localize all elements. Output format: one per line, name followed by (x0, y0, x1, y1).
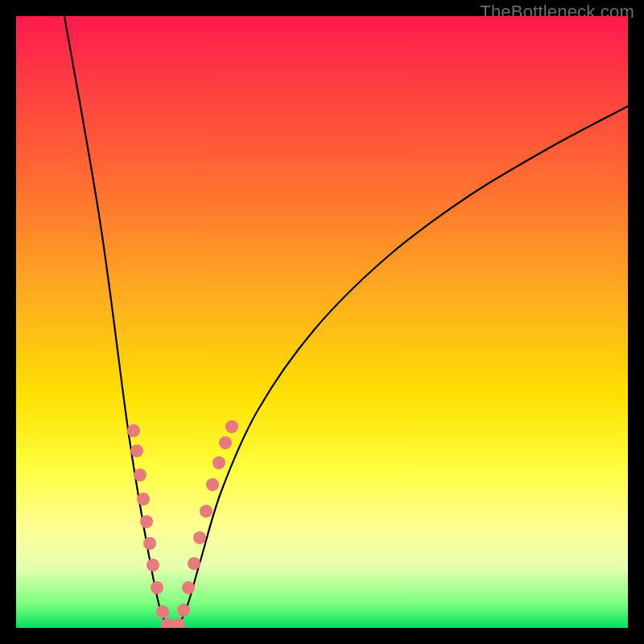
marker-dot (140, 515, 153, 528)
bottleneck-curve (64, 16, 628, 628)
marker-dot (177, 604, 190, 617)
marker-dot (172, 618, 185, 628)
marker-dot (219, 436, 232, 449)
marker-dot (193, 531, 206, 544)
plot-area (16, 16, 628, 628)
marker-dot (156, 605, 169, 618)
marker-dot (130, 444, 143, 457)
curve-svg (16, 16, 628, 628)
marker-dot (127, 424, 140, 437)
marker-dot (182, 581, 195, 594)
marker-dot (188, 557, 200, 570)
marker-dot (134, 469, 147, 481)
marker-dot (200, 505, 213, 518)
marker-dot (206, 478, 219, 491)
marker-dot (147, 559, 159, 572)
marker-dot (143, 537, 156, 550)
marker-dots-group (127, 420, 238, 628)
marker-dot (151, 581, 163, 594)
marker-dot (225, 420, 238, 433)
chart-frame: TheBottleneck.com (0, 0, 644, 644)
marker-dot (213, 456, 225, 469)
marker-dot (137, 493, 150, 506)
